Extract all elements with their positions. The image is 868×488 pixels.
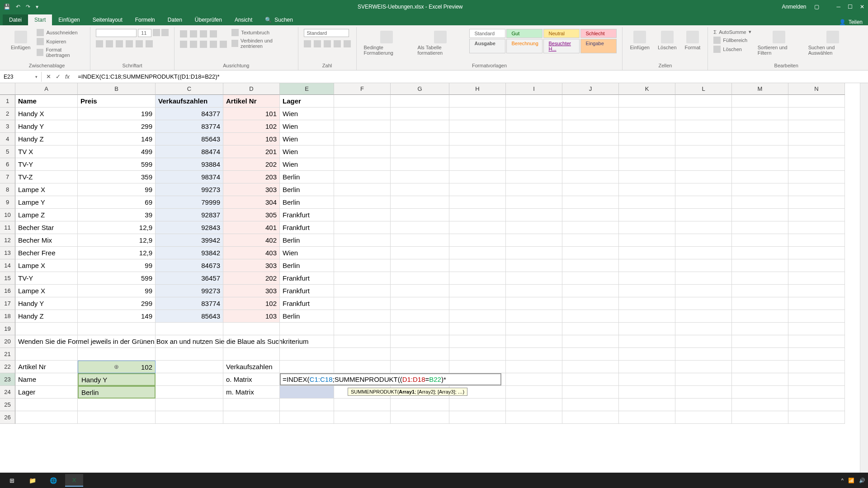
cell-N15[interactable] (788, 272, 845, 285)
wrap-text-button[interactable]: Textumbruch (231, 29, 292, 36)
cell-B16[interactable]: 99 (78, 285, 156, 297)
cell-C12[interactable]: 39942 (156, 234, 223, 247)
cell-G20[interactable] (391, 335, 449, 348)
cell-G6[interactable] (391, 158, 449, 171)
cell-D18[interactable]: 103 (223, 310, 280, 323)
cell-M24[interactable] (732, 386, 788, 399)
row-header-1[interactable]: 1 (0, 95, 15, 108)
cell-D24[interactable]: m. Matrix (223, 386, 280, 399)
font-name-dropdown[interactable] (96, 29, 137, 37)
orientation-icon[interactable] (210, 30, 217, 38)
cell-A25[interactable] (15, 399, 78, 411)
cell-L20[interactable] (675, 335, 732, 348)
cell-H6[interactable] (449, 158, 506, 171)
currency-icon[interactable] (304, 40, 311, 47)
cell-C16[interactable]: 99273 (156, 285, 223, 297)
cell-H11[interactable] (449, 221, 506, 234)
cell-I4[interactable] (506, 133, 562, 145)
cell-E15[interactable]: Frankfurt (280, 272, 334, 285)
edge-icon[interactable]: 🌐 (44, 474, 62, 487)
cell-M6[interactable] (732, 158, 788, 171)
cell-K21[interactable] (619, 348, 675, 361)
cell-J11[interactable] (562, 221, 619, 234)
style-ausgabe[interactable]: Ausgabe (469, 39, 505, 53)
cell-D20[interactable] (223, 335, 280, 348)
cell-K13[interactable] (619, 247, 675, 259)
copy-button[interactable]: Kopieren (37, 38, 85, 45)
cell-C22[interactable] (156, 361, 223, 373)
cell-M9[interactable] (732, 196, 788, 209)
fill-button[interactable]: Füllbereich (713, 37, 751, 44)
cell-M23[interactable] (732, 373, 788, 386)
cell-K16[interactable] (619, 285, 675, 297)
cell-N1[interactable] (788, 95, 845, 108)
cell-N2[interactable] (788, 108, 845, 120)
column-header-L[interactable]: L (675, 83, 732, 95)
cell-J14[interactable] (562, 259, 619, 272)
cell-M13[interactable] (732, 247, 788, 259)
cell-N10[interactable] (788, 209, 845, 221)
cell-A23[interactable]: Name (15, 373, 78, 386)
cell-J3[interactable] (562, 120, 619, 133)
cell-D1[interactable]: Artikel Nr (223, 95, 280, 108)
cell-B4[interactable]: 149 (78, 133, 156, 145)
align-middle-icon[interactable] (190, 30, 197, 38)
cell-H4[interactable] (449, 133, 506, 145)
cell-A19[interactable] (15, 323, 78, 335)
cell-C9[interactable]: 79999 (156, 196, 223, 209)
format-cell-button[interactable]: Format (683, 29, 703, 52)
cell-N7[interactable] (788, 171, 845, 183)
cell-I23[interactable] (506, 373, 562, 386)
cell-F25[interactable] (334, 399, 391, 411)
cell-I11[interactable] (506, 221, 562, 234)
cell-I7[interactable] (506, 171, 562, 183)
cell-F4[interactable] (334, 133, 391, 145)
cell-B21[interactable] (78, 348, 156, 361)
cell-H15[interactable] (449, 272, 506, 285)
cell-L11[interactable] (675, 221, 732, 234)
cell-F15[interactable] (334, 272, 391, 285)
cell-H19[interactable] (449, 323, 506, 335)
cell-B8[interactable]: 99 (78, 183, 156, 196)
row-header-13[interactable]: 13 (0, 247, 15, 259)
column-header-I[interactable]: I (506, 83, 562, 95)
cell-L6[interactable] (675, 158, 732, 171)
cell-H1[interactable] (449, 95, 506, 108)
cell-E12[interactable]: Berlin (280, 234, 334, 247)
cell-F6[interactable] (334, 158, 391, 171)
cell-G3[interactable] (391, 120, 449, 133)
tab-formulas[interactable]: Formeln (129, 14, 161, 25)
cell-A26[interactable] (15, 411, 78, 424)
row-header-5[interactable]: 5 (0, 145, 15, 158)
cell-B23[interactable]: Handy Y (78, 373, 156, 386)
cell-E24[interactable] (280, 386, 334, 399)
cell-J9[interactable] (562, 196, 619, 209)
cell-C17[interactable]: 83774 (156, 297, 223, 310)
cell-F2[interactable] (334, 108, 391, 120)
align-top-icon[interactable] (180, 30, 187, 38)
cell-B5[interactable]: 499 (78, 145, 156, 158)
cell-H20[interactable] (449, 335, 506, 348)
cell-M15[interactable] (732, 272, 788, 285)
cell-J17[interactable] (562, 297, 619, 310)
cell-M10[interactable] (732, 209, 788, 221)
cell-K23[interactable] (619, 373, 675, 386)
cell-C8[interactable]: 99273 (156, 183, 223, 196)
minimize-icon[interactable]: ─ (836, 4, 840, 10)
cell-A3[interactable]: Handy Y (15, 120, 78, 133)
qat-dropdown-icon[interactable]: ▾ (36, 4, 38, 10)
cell-K20[interactable] (619, 335, 675, 348)
cell-C2[interactable]: 84377 (156, 108, 223, 120)
cell-J21[interactable] (562, 348, 619, 361)
row-header-15[interactable]: 15 (0, 272, 15, 285)
column-header-H[interactable]: H (449, 83, 506, 95)
cell-A5[interactable]: TV X (15, 145, 78, 158)
cell-N4[interactable] (788, 133, 845, 145)
align-bottom-icon[interactable] (200, 30, 207, 38)
tray-volume-icon[interactable]: 🔊 (859, 478, 865, 483)
cell-F13[interactable] (334, 247, 391, 259)
cell-B3[interactable]: 299 (78, 120, 156, 133)
cell-D17[interactable]: 102 (223, 297, 280, 310)
cell-A4[interactable]: Handy Z (15, 133, 78, 145)
cell-F21[interactable] (334, 348, 391, 361)
